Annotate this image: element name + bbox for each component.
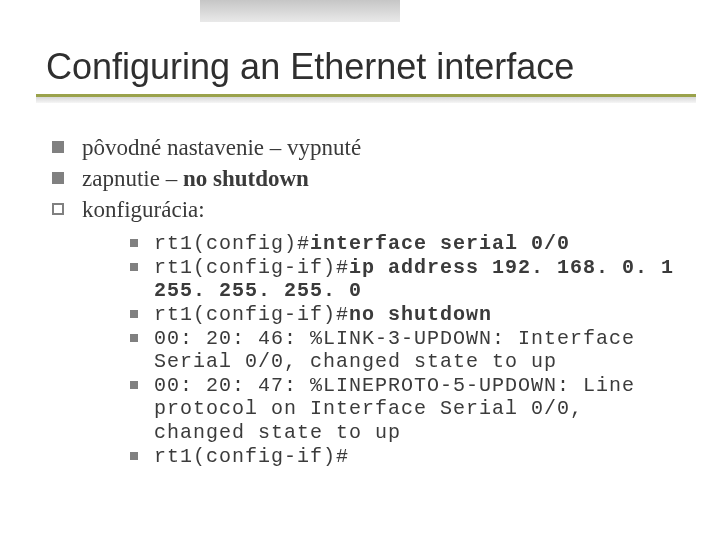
bullet-item: zapnutie – no shutdown xyxy=(52,165,686,196)
bullet-text: zapnutie – xyxy=(82,166,183,191)
code-prompt: rt1(config)# xyxy=(154,232,310,255)
bullet-bold: no shutdown xyxy=(183,166,309,191)
code-line: rt1(config-if)#ip address 192. 168. 0. 1… xyxy=(130,256,686,303)
slide: Configuring an Ethernet interface pôvodn… xyxy=(0,0,720,470)
code-output: 00: 20: 46: %LINK-3-UPDOWN: Interface Se… xyxy=(154,327,635,374)
code-line: 00: 20: 46: %LINK-3-UPDOWN: Interface Se… xyxy=(130,327,686,374)
code-prompt: rt1(config-if)# xyxy=(154,445,349,468)
bullet-list: pôvodné nastavenie – vypnuté zapnutie – … xyxy=(52,134,686,470)
code-output: 00: 20: 47: %LINEPROTO-5-UPDOWN: Line pr… xyxy=(154,374,635,444)
code-line: rt1(config-if)# xyxy=(130,445,686,469)
code-command: interface serial 0/0 xyxy=(310,232,570,255)
code-line: rt1(config)#interface serial 0/0 xyxy=(130,232,686,256)
code-list: rt1(config)#interface serial 0/0 rt1(con… xyxy=(130,232,686,468)
code-line: 00: 20: 47: %LINEPROTO-5-UPDOWN: Line pr… xyxy=(130,374,686,445)
bullet-text: konfigurácia: xyxy=(82,197,205,222)
bullet-item: konfigurácia: rt1(config)#interface seri… xyxy=(52,196,686,471)
decorative-top-shadow xyxy=(200,0,400,22)
bullet-item: pôvodné nastavenie – vypnuté xyxy=(52,134,686,165)
code-prompt: rt1(config-if)# xyxy=(154,256,349,279)
code-prompt: rt1(config-if)# xyxy=(154,303,349,326)
code-line: rt1(config-if)#no shutdown xyxy=(130,303,686,327)
bullet-text: pôvodné nastavenie – vypnuté xyxy=(82,135,361,160)
slide-title: Configuring an Ethernet interface xyxy=(46,46,686,88)
title-rule xyxy=(46,94,686,104)
code-command: no shutdown xyxy=(349,303,492,326)
